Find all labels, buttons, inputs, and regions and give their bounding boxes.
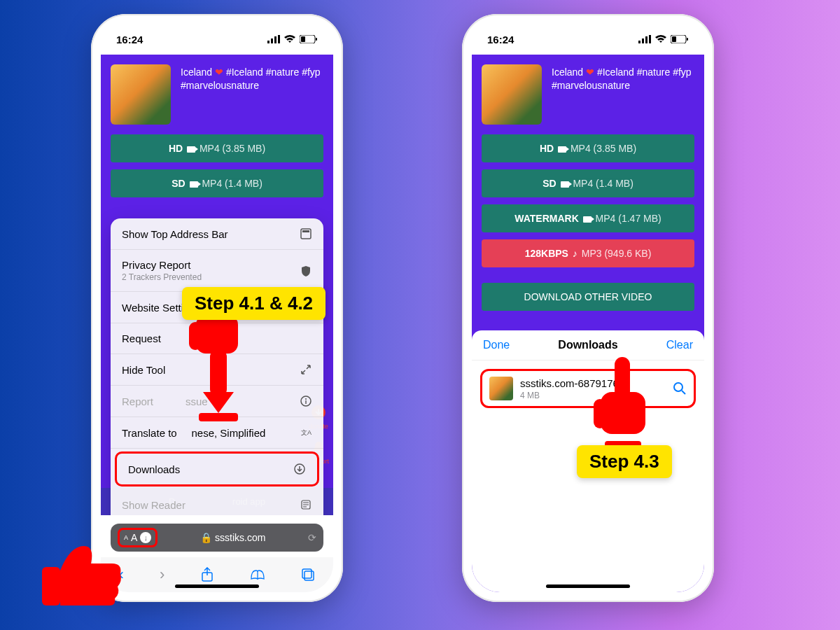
video-header: Iceland ❤ #Iceland #nature #fyp #marvelo…: [101, 55, 333, 130]
page-content: Iceland ❤ #Iceland #nature #fyp #marvelo…: [472, 55, 704, 592]
svg-line-32: [682, 391, 685, 394]
magnify-icon[interactable]: [673, 382, 687, 396]
dl-label: DOWNLOAD OTHER VIDEO: [524, 291, 652, 302]
download-other-button[interactable]: DOWNLOAD OTHER VIDEO: [482, 283, 694, 311]
video-thumbnail: [111, 64, 171, 125]
menu-label: Hide Tool: [122, 364, 165, 376]
svg-rect-1: [271, 38, 273, 43]
status-bar: 16:24: [101, 24, 333, 55]
clear-button[interactable]: Clear: [666, 339, 693, 351]
dl-meta: MP4 (1.4 MB): [200, 178, 262, 189]
svg-point-13: [305, 398, 307, 400]
battery-icon: [300, 35, 318, 43]
download-hd-button[interactable]: HD MP4 (3.85 MB): [482, 134, 694, 162]
menu-label: Show Reader: [122, 499, 186, 511]
download-hd-button[interactable]: HD MP4 (3.85 MB): [111, 134, 323, 162]
dl-meta: MP3 (949.6 KB): [579, 248, 652, 259]
video-title: Iceland ❤ #Iceland #nature #fyp #marvelo…: [181, 64, 323, 125]
dl-label: 128KBPS: [525, 248, 571, 259]
wifi-icon: [655, 35, 666, 43]
download-icon: [293, 463, 306, 475]
download-audio-button[interactable]: 128KBPS ♪ MP3 (949.6 KB): [482, 239, 694, 267]
title-text: Iceland: [181, 66, 215, 78]
svg-rect-0: [267, 41, 270, 43]
svg-rect-38: [42, 567, 60, 606]
menu-label: Privacy Report: [122, 259, 202, 271]
dl-label: SD: [172, 178, 188, 189]
video-icon: [190, 181, 198, 188]
download-badge-icon: ↓: [140, 532, 151, 543]
battery-icon: [671, 35, 689, 43]
svg-rect-6: [316, 38, 317, 41]
download-buttons: HD MP4 (3.85 MB) SD MP4 (1.4 MB): [101, 130, 333, 209]
menu-downloads[interactable]: Downloads: [115, 451, 319, 486]
file-thumbnail: [489, 377, 513, 400]
video-icon: [187, 146, 195, 153]
wifi-icon: [284, 35, 295, 43]
screen-right: 16:24 Iceland ❤ #Iceland #nature #fyp #m…: [472, 24, 704, 592]
pointer-hand-icon: [42, 539, 126, 616]
svg-rect-36: [189, 322, 202, 350]
download-sd-button[interactable]: SD MP4 (1.4 MB): [111, 169, 323, 197]
bookmarks-icon[interactable]: [250, 568, 265, 581]
download-sd-button[interactable]: SD MP4 (1.4 MB): [482, 169, 694, 197]
dl-label: WATERMARK: [514, 213, 581, 224]
svg-rect-41: [601, 392, 645, 434]
tabs-icon[interactable]: [301, 568, 315, 582]
svg-rect-42: [594, 399, 606, 428]
svg-rect-9: [302, 230, 309, 232]
title-text: Iceland: [552, 66, 586, 78]
svg-rect-24: [638, 41, 640, 43]
svg-rect-14: [305, 400, 306, 404]
menu-label: Downloads: [128, 463, 180, 475]
signal-icon: [267, 35, 280, 43]
sheet-header: Done Downloads Clear: [472, 330, 704, 360]
menu-privacy-report[interactable]: Privacy Report 2 Trackers Prevented: [111, 250, 323, 292]
dl-meta: MP4 (1.47 MB): [593, 213, 662, 224]
share-icon[interactable]: [200, 567, 214, 582]
page-content: Iceland ❤ #Iceland #nature #fyp #marvelo…: [101, 55, 333, 515]
svg-rect-33: [196, 315, 238, 354]
done-button[interactable]: Done: [483, 339, 510, 351]
svg-rect-22: [304, 571, 314, 580]
status-bar: 16:24: [472, 24, 704, 55]
status-time: 16:24: [487, 34, 514, 46]
svg-rect-29: [672, 36, 676, 42]
translate-icon: 文A: [300, 426, 312, 439]
home-indicator[interactable]: [546, 584, 630, 588]
status-icons: [267, 35, 318, 43]
phone-right: 16:24 Iceland ❤ #Iceland #nature #fyp #m…: [462, 14, 714, 602]
svg-rect-26: [645, 36, 648, 43]
signal-icon: [638, 35, 651, 43]
menu-sublabel: 2 Trackers Prevented: [122, 272, 202, 282]
home-indicator[interactable]: [175, 584, 259, 588]
shield-icon: [300, 265, 312, 277]
video-icon: [561, 181, 569, 188]
video-title: Iceland ❤ #Iceland #nature #fyp #marvelo…: [552, 64, 694, 125]
svg-rect-23: [302, 569, 312, 578]
video-icon: [558, 146, 566, 153]
svg-rect-37: [199, 413, 238, 421]
svg-rect-5: [301, 36, 305, 42]
svg-text:文A: 文A: [301, 429, 312, 436]
menu-label: Request: [122, 332, 161, 344]
refresh-icon[interactable]: ⟳: [308, 532, 316, 543]
menu-label: nese, Simplified: [192, 427, 266, 439]
menu-label: Show Top Address Bar: [122, 228, 227, 240]
url-text: ssstiks.com: [215, 532, 265, 543]
menu-show-top-address[interactable]: Show Top Address Bar: [111, 218, 323, 250]
svg-marker-35: [203, 392, 234, 413]
menu-show-reader: Show Reader: [111, 489, 323, 515]
lock-icon: 🔒: [200, 532, 212, 543]
svg-rect-25: [642, 38, 644, 43]
safari-url-bar[interactable]: AA ↓ 🔒 ssstiks.com ⟳: [111, 524, 323, 552]
dl-meta: MP4 (3.85 MB): [197, 143, 265, 154]
download-watermark-button[interactable]: WATERMARK MP4 (1.47 MB): [482, 204, 694, 232]
info-icon: [300, 395, 312, 407]
expand-icon: [300, 363, 312, 376]
url-display: 🔒 ssstiks.com: [158, 532, 308, 543]
video-thumbnail: [482, 64, 542, 125]
heart-icon: ❤: [586, 66, 594, 78]
heart-icon: ❤: [215, 66, 223, 78]
dl-meta: MP4 (1.4 MB): [570, 178, 634, 189]
